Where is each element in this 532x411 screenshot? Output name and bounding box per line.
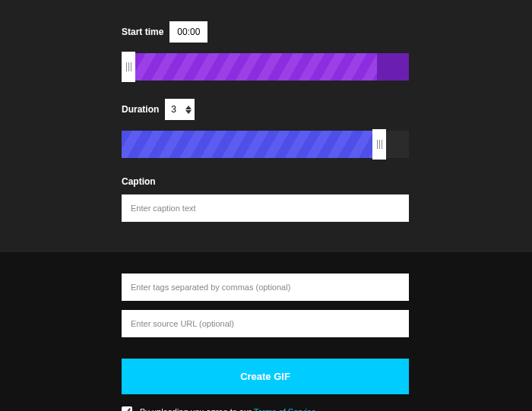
duration-value: 3: [165, 99, 182, 120]
start-time-value[interactable]: 00:00: [169, 21, 207, 43]
duration-slider-handle[interactable]: [372, 129, 386, 160]
tags-input[interactable]: [122, 273, 409, 301]
start-time-slider-fill: [135, 53, 377, 81]
tos-link[interactable]: Terms of Service: [254, 407, 316, 411]
duration-slider-fill: [122, 131, 372, 158]
create-gif-button[interactable]: Create GIF: [122, 359, 409, 394]
duration-slider[interactable]: [122, 131, 409, 158]
caption-label: Caption: [122, 176, 409, 187]
duration-slider-remainder: [386, 131, 409, 158]
chevron-down-icon[interactable]: [185, 110, 192, 114]
chevron-up-icon[interactable]: [185, 106, 192, 109]
source-url-input[interactable]: [122, 310, 409, 337]
agree-checkbox[interactable]: [122, 406, 132, 411]
caption-input[interactable]: [122, 194, 409, 222]
start-time-slider-handle[interactable]: [122, 52, 135, 82]
duration-spinner[interactable]: 3: [165, 99, 195, 120]
start-time-label: Start time: [122, 27, 163, 37]
start-time-slider[interactable]: [122, 53, 409, 81]
agree-text: By uploading you agree to our Terms of S…: [140, 407, 316, 411]
start-time-slider-remainder: [377, 53, 409, 81]
duration-label: Duration: [122, 104, 159, 115]
